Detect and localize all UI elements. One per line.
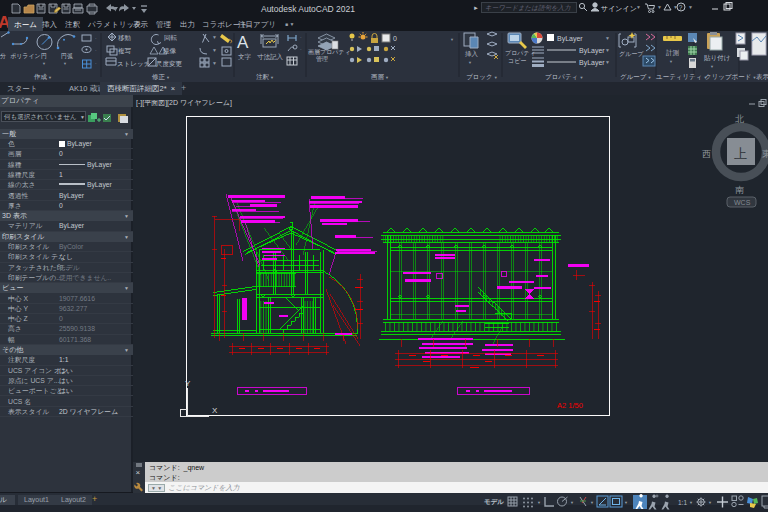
svg-text:0: 0 [393,35,397,42]
svg-text:コピー: コピー [508,58,526,64]
svg-text:西: 西 [702,149,711,159]
svg-text:▼: ▼ [570,500,574,505]
svg-text:▼: ▼ [605,59,610,65]
svg-text:▼: ▼ [657,4,662,10]
svg-text:寸法記入: 寸法記入 [257,53,284,61]
svg-text:上: 上 [734,146,747,161]
svg-text:X: X [212,406,218,415]
svg-text:北: 北 [735,114,744,124]
svg-text:▼: ▼ [708,500,712,505]
svg-text:▼: ▼ [537,500,541,505]
svg-text:文字: 文字 [238,53,252,60]
svg-text:ポリライン: ポリライン [10,53,41,60]
svg-text:▼: ▼ [605,47,610,53]
svg-text:円: 円 [41,53,47,59]
svg-text:回転: 回転 [164,34,178,41]
svg-text:ストレッチ: ストレッチ [117,60,150,67]
svg-text:▼: ▼ [673,4,678,10]
svg-text:▼: ▼ [689,500,693,505]
svg-text:WCS: WCS [734,199,751,206]
svg-text:東: 東 [762,149,768,159]
svg-text:挿入: 挿入 [465,50,479,57]
svg-text:分: 分 [0,53,6,59]
svg-text:計測: 計測 [666,49,680,57]
svg-text:南: 南 [735,185,744,195]
svg-text:▼: ▼ [605,35,610,41]
svg-text:▼: ▼ [688,4,693,10]
svg-text:▼: ▼ [624,500,628,505]
svg-text:A: A [237,33,249,52]
svg-text:▼: ▼ [590,500,594,505]
svg-text:鏡像: 鏡像 [163,47,177,55]
svg-text:プロパティ: プロパティ [505,50,536,56]
svg-text:1:1: 1:1 [678,499,687,506]
svg-text:グループ: グループ [619,51,644,57]
svg-text:▼: ▼ [212,34,217,40]
svg-text:·: · [300,46,302,52]
svg-text:モデル: モデル [484,498,504,505]
svg-text:ByLayer: ByLayer [579,47,605,55]
svg-text:貼り付け: 貼り付け [704,54,730,62]
svg-text:管理: 管理 [316,55,328,63]
svg-text:円弧: 円弧 [61,53,73,59]
svg-text:?: ? [679,4,683,11]
svg-text:▼: ▼ [710,64,714,69]
svg-text:▼: ▼ [468,60,472,65]
svg-text:A2 1/50: A2 1/50 [557,401,583,410]
svg-text:▼: ▼ [212,60,217,66]
svg-text:▼: ▼ [42,61,46,66]
svg-text:ByLayer: ByLayer [557,35,583,43]
svg-text:画層プロパティ: 画層プロパティ [308,49,351,56]
svg-text:·: · [95,47,97,53]
svg-text:ByLayer: ByLayer [579,59,605,67]
svg-text:▼: ▼ [63,61,67,66]
svg-text:Y: Y [185,379,191,388]
svg-text:移動: 移動 [118,34,131,42]
svg-text:▼: ▼ [669,59,673,64]
svg-text:尺度変更: 尺度変更 [156,60,183,68]
svg-text:複写: 複写 [118,47,132,55]
svg-text:·: · [95,35,97,41]
svg-text:▼: ▼ [212,47,217,53]
svg-text:▼: ▼ [450,37,454,42]
svg-text:·: · [300,34,302,40]
svg-text:×: × [136,468,141,477]
svg-text:·: · [95,60,97,66]
